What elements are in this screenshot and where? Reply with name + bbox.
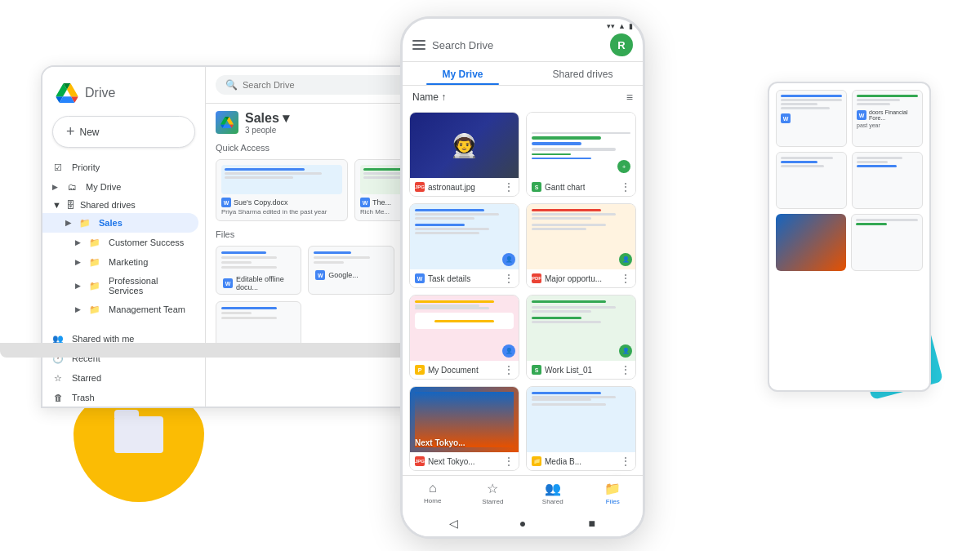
file-card-task-details[interactable]: 👤 W Task details ⋮: [409, 203, 519, 288]
file-name-task: W Task details: [415, 273, 504, 283]
folder-icon-placeholder: 📁: [532, 456, 541, 466]
sidebar-item-starred[interactable]: ☆ Starred: [42, 368, 198, 388]
gantt-bar-gray: [532, 148, 616, 151]
gantt-bar-green: [532, 136, 601, 140]
more-icon-placeholder[interactable]: ⋮: [621, 455, 630, 467]
hamburger-line-1: [412, 40, 425, 42]
user-avatar[interactable]: R: [610, 33, 633, 56]
more-icon-astronaut[interactable]: ⋮: [504, 181, 514, 193]
new-button[interactable]: + New: [52, 116, 195, 148]
tablet-line-12: [856, 219, 918, 221]
nav-item-files[interactable]: 📁 Files: [583, 481, 644, 505]
sidebar-item-sales[interactable]: ▶ 📁 Sales: [42, 213, 198, 233]
file-info-astronaut: JPG astronaut.jpg ⋮: [410, 178, 519, 196]
tablet-line-4: [857, 99, 900, 101]
file-item-1[interactable]: W Editable offline docu...: [216, 246, 301, 295]
list-view-icon[interactable]: ≡: [626, 91, 633, 104]
tablet-file-4[interactable]: [852, 152, 923, 209]
more-icon-work[interactable]: ⋮: [621, 364, 630, 375]
sales-folder-icon: 📁: [79, 217, 91, 229]
tablet-line-green: [857, 95, 918, 97]
tablet-frame: W W doors Financial Fore... past year: [768, 82, 931, 392]
filename-astronaut: astronaut.jpg: [428, 183, 475, 192]
tablet-file-5[interactable]: [776, 214, 846, 271]
sort-row: Name ↑ ≡: [403, 86, 643, 109]
sort-name-label: Name ↑: [412, 91, 446, 103]
file-icon-2: W: [315, 270, 325, 280]
more-icon-mydoc[interactable]: ⋮: [504, 364, 514, 375]
phone-header: Search Drive R: [403, 30, 643, 62]
tablet-file-1[interactable]: W: [776, 90, 847, 147]
file-card-tokyo[interactable]: Next Tokyo... JPG Next Tokyo... ⋮: [409, 386, 519, 471]
sheets-icon-work: S: [532, 365, 541, 375]
sidebar-label-ps: Professional Services: [109, 276, 189, 295]
ps-folder-icon: 📁: [89, 280, 100, 291]
files-icon: 📁: [604, 481, 621, 496]
file-thumb-mydoc: 👤: [410, 295, 519, 361]
more-icon-task[interactable]: ⋮: [504, 273, 514, 284]
tablet-line-blue: [781, 95, 842, 97]
my-drive-icon: 🗂: [66, 181, 78, 193]
file-thumb-astronaut: 👨‍🚀: [410, 113, 519, 178]
tab-shared-drives[interactable]: Shared drives: [523, 62, 643, 85]
file-card-placeholder[interactable]: 📁 Media B... ⋮: [526, 386, 636, 471]
tablet-line-13: [856, 223, 887, 225]
tablet-file-3[interactable]: [776, 152, 847, 209]
tablet-doc-icon-1: W: [781, 113, 791, 123]
gantt-bar-blue: [532, 142, 581, 145]
laptop-base: [0, 343, 457, 358]
file-info-mydoc: P My Document ⋮: [410, 361, 519, 379]
sidebar-item-shared-drives[interactable]: ▼ 🗄 Shared drives: [42, 197, 205, 213]
sidebar-item-trash[interactable]: 🗑 Trash: [42, 388, 198, 407]
sidebar-item-marketing[interactable]: ▶ 📁 Marketing: [42, 252, 198, 272]
tablet-filename-2: doors Financial Fore...: [869, 109, 918, 121]
tablet-line-2: [781, 103, 817, 105]
file-card-major[interactable]: 👤 PDF Major opportu... ⋮: [526, 203, 636, 288]
file-name-major: PDF Major opportu...: [532, 273, 621, 283]
file-card-gantt[interactable]: + S Gantt chart ⋮: [526, 112, 636, 197]
quick-access-item-sues-copy[interactable]: W Sue's Copy.docx Priya Sharma edited in…: [216, 159, 348, 221]
file-info-placeholder: 📁 Media B... ⋮: [527, 452, 635, 470]
astronaut-emoji: 👨‍🚀: [450, 132, 479, 159]
tablet-line-8: [781, 165, 824, 167]
tab-my-drive[interactable]: My Drive: [403, 62, 523, 85]
hamburger-menu[interactable]: [412, 40, 425, 50]
more-icon-tokyo[interactable]: ⋮: [504, 455, 514, 467]
filename-work: Work List_01: [545, 366, 592, 375]
sidebar-item-management-team[interactable]: ▶ 📁 Management Team: [42, 300, 198, 319]
filename-placeholder: Media B...: [545, 457, 581, 466]
file-card-work-list[interactable]: 👤 S Work List_01 ⋮: [526, 295, 636, 380]
sidebar-item-priority[interactable]: ☑ Priority: [42, 158, 198, 177]
sheets-icon-gantt: S: [532, 182, 541, 192]
sidebar-item-my-drive[interactable]: ▶ 🗂 My Drive: [42, 177, 198, 197]
sidebar-item-customer-success[interactable]: ▶ 📁 Customer Success: [42, 233, 198, 252]
more-icon-major[interactable]: ⋮: [621, 273, 630, 284]
cs-folder-icon: 📁: [89, 237, 100, 248]
file-info-work: S Work List_01 ⋮: [527, 361, 635, 379]
shared-icon: 👥: [545, 481, 561, 496]
sort-label[interactable]: Name ↑: [412, 91, 446, 103]
new-button-label: New: [80, 127, 100, 138]
sidebar-label-my-drive: My Drive: [86, 182, 121, 192]
mt-folder-icon: 📁: [89, 304, 100, 315]
nav-item-home[interactable]: ⌂ Home: [403, 481, 463, 505]
phone-search-text[interactable]: Search Drive: [432, 39, 604, 51]
back-button[interactable]: ◁: [445, 515, 461, 531]
nav-item-shared[interactable]: 👥 Shared: [523, 481, 583, 505]
recents-button[interactable]: ■: [584, 515, 600, 531]
more-icon-gantt[interactable]: ⋮: [621, 181, 630, 193]
expand-icon-sales: ▶: [65, 219, 71, 227]
shared-drives-icon: 🗄: [66, 200, 75, 210]
home-button[interactable]: ●: [514, 515, 531, 531]
file-card-astronaut[interactable]: 👨‍🚀 JPG astronaut.jpg ⋮: [409, 112, 519, 197]
nav-item-starred[interactable]: ☆ Starred: [463, 481, 523, 505]
tablet-file-2[interactable]: W doors Financial Fore... past year: [852, 90, 923, 147]
file-card-my-document[interactable]: 👤 P My Document ⋮: [409, 295, 519, 380]
file-item-2[interactable]: W Google...: [308, 246, 394, 295]
file-label-1: W Editable offline docu...: [216, 273, 301, 293]
tokyo-label: Next Tokyo...: [415, 438, 514, 447]
tablet-file-6[interactable]: [851, 214, 923, 271]
sidebar-item-professional-services[interactable]: ▶ 📁 Professional Services: [42, 272, 198, 300]
filename-gantt: Gantt chart: [545, 183, 585, 192]
slides-icon: P: [415, 365, 425, 375]
